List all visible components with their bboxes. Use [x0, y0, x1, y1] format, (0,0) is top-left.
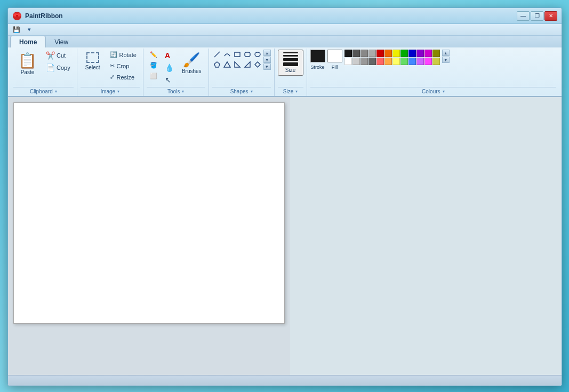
image-group: Select 🔄 Rotate ✂ Crop ⤢ Resize — [77, 49, 143, 96]
pencil-button[interactable]: ✏️ — [147, 50, 161, 60]
pencil-icon: ✏️ — [150, 51, 157, 58]
crop-button[interactable]: ✂ Crop — [107, 61, 139, 71]
clipboard-expand-icon[interactable]: ▾ — [55, 89, 57, 94]
color-dark-gray[interactable] — [352, 50, 360, 57]
shapes-grid — [212, 50, 262, 69]
color-yellow-green[interactable] — [432, 58, 440, 65]
color-lighter-gray[interactable] — [352, 58, 360, 65]
shapes-scroll-up[interactable]: ▲ — [263, 50, 271, 56]
paste-button[interactable]: 📋 Paste — [13, 50, 42, 77]
size-lines-icon — [283, 52, 298, 66]
image-group-label: Image ▾ — [81, 87, 140, 96]
color-olive[interactable] — [432, 50, 440, 57]
cut-button[interactable]: ✂️ Cut — [43, 50, 74, 61]
select-dashed-icon — [86, 52, 99, 63]
save-quick-button[interactable]: 💾 — [11, 26, 22, 34]
fill-swatch[interactable] — [327, 50, 342, 62]
color-light-orange[interactable] — [384, 58, 392, 65]
color-gray2[interactable] — [360, 58, 368, 65]
tab-home[interactable]: Home — [10, 36, 46, 48]
colours-expand-icon[interactable]: ▾ — [443, 89, 445, 94]
color-blue[interactable] — [408, 50, 416, 57]
drawing-canvas[interactable] — [13, 102, 285, 324]
size-expand-icon[interactable]: ▾ — [295, 89, 298, 94]
color-light-green[interactable] — [400, 58, 408, 65]
shapes-scroll-down[interactable]: ▼ — [263, 57, 271, 63]
color-picker-button[interactable]: 💧 — [162, 62, 177, 74]
color-yellow[interactable] — [392, 50, 400, 57]
color-light-purple[interactable] — [416, 58, 424, 65]
rotate-icon: 🔄 — [110, 51, 117, 58]
svg-line-6 — [214, 52, 220, 57]
rotate-crop-resize-col: 🔄 Rotate ✂ Crop ⤢ Resize — [107, 50, 139, 82]
palette-scroll-down[interactable]: ▼ — [442, 57, 450, 63]
tab-view[interactable]: View — [46, 36, 77, 47]
maximize-button[interactable]: ❐ — [531, 11, 543, 21]
curve-shape[interactable] — [222, 50, 232, 59]
select-button[interactable]: Select — [81, 50, 105, 73]
copy-icon: 📄 — [46, 63, 55, 72]
color-light-magenta[interactable] — [424, 58, 432, 65]
rounded-rect-shape[interactable] — [243, 50, 252, 59]
cut-label: Cut — [57, 52, 66, 59]
title-bar: PaintRibbon — ❐ ✕ — [8, 8, 562, 24]
palette-scroll-up[interactable]: ▲ — [442, 50, 450, 56]
text-button[interactable]: A — [162, 50, 177, 61]
stroke-label: Stroke — [311, 65, 325, 70]
svg-marker-13 — [245, 62, 250, 67]
line-shape[interactable] — [212, 50, 222, 59]
palette-scroll-controls: ▲ ▼ — [442, 50, 450, 63]
size-button[interactable]: Size — [278, 50, 303, 76]
text-icon: A — [165, 51, 170, 60]
color-light-red[interactable] — [376, 58, 384, 65]
svg-marker-14 — [255, 62, 260, 67]
shapes-scroll-more[interactable]: ▾ — [263, 63, 271, 70]
color-light-blue[interactable] — [408, 58, 416, 65]
ellipse-shape[interactable] — [253, 50, 262, 59]
select-tool-button[interactable]: ↖ — [162, 74, 177, 86]
color-light-yellow[interactable] — [392, 58, 400, 65]
triangle-shape[interactable] — [222, 60, 232, 69]
tools-expand-icon[interactable]: ▾ — [182, 89, 184, 94]
color-light-gray[interactable] — [368, 50, 376, 57]
pentagon-shape[interactable] — [212, 60, 222, 69]
color-red[interactable] — [376, 50, 384, 57]
size-label: Size — [285, 67, 295, 73]
fill-button[interactable]: 🪣 — [147, 60, 161, 70]
quick-access-dropdown[interactable]: ▾ — [24, 26, 35, 34]
rect-shape[interactable] — [233, 50, 242, 59]
quick-access-toolbar: 💾 ▾ — [8, 24, 562, 36]
color-purple[interactable] — [416, 50, 424, 57]
stroke-swatch[interactable] — [310, 50, 325, 62]
svg-marker-12 — [235, 62, 240, 67]
cut-icon: ✂️ — [46, 51, 55, 60]
minimize-button[interactable]: — — [517, 11, 530, 21]
paste-label: Paste — [21, 69, 35, 75]
canvas-container[interactable] — [8, 97, 290, 375]
size-group-label: Size ▾ — [278, 87, 303, 96]
brushes-icon: 🖌️ — [183, 52, 200, 68]
rotate-button[interactable]: 🔄 Rotate — [107, 50, 139, 60]
diamond-shape[interactable] — [253, 60, 262, 69]
diagonal-shape[interactable] — [243, 60, 252, 69]
fill-col: Fill — [327, 50, 342, 70]
svg-rect-7 — [235, 52, 240, 57]
right-triangle-shape[interactable] — [233, 60, 242, 69]
color-mid-gray[interactable] — [360, 50, 368, 57]
image-expand-icon[interactable]: ▾ — [117, 89, 119, 94]
color-magenta[interactable] — [424, 50, 432, 57]
shapes-expand-icon[interactable]: ▾ — [251, 89, 253, 94]
color-orange[interactable] — [384, 50, 392, 57]
color-black[interactable] — [344, 50, 352, 57]
color-green[interactable] — [400, 50, 408, 57]
colours-group-label: Colours ▾ — [310, 87, 556, 96]
right-panel — [290, 97, 562, 375]
eraser-button[interactable]: ⬜ — [147, 71, 161, 81]
brushes-button[interactable]: 🖌️ Brushes — [178, 50, 205, 76]
copy-button[interactable]: 📄 Copy — [43, 62, 74, 74]
color-gray3[interactable] — [368, 58, 376, 65]
color-white[interactable] — [344, 58, 352, 65]
resize-button[interactable]: ⤢ Resize — [107, 72, 139, 82]
svg-marker-11 — [224, 62, 230, 67]
close-button[interactable]: ✕ — [544, 11, 557, 21]
